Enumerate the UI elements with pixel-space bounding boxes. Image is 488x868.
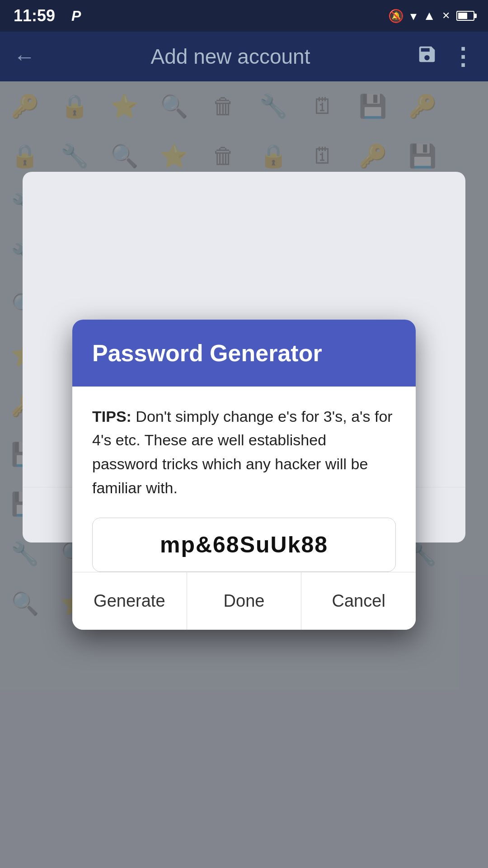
- signal-icon: ▲: [423, 9, 436, 23]
- generated-password-display: mp&68SuUk88: [92, 518, 396, 572]
- done-button[interactable]: Done: [187, 572, 302, 630]
- status-bar: 11:59 P 🔕 ▾ ▲ ✕: [0, 0, 488, 32]
- more-options-button[interactable]: ⋮: [451, 43, 474, 70]
- dialog-body: TIPS: Don't simply change e's for 3's, a…: [72, 387, 416, 572]
- back-button[interactable]: ←: [14, 44, 35, 69]
- dialog-backdrop: Password Generator TIPS: Don't simply ch…: [0, 81, 488, 868]
- top-bar: ← Add new account ⋮: [0, 32, 488, 81]
- dialog-tips: TIPS: Don't simply change e's for 3's, a…: [92, 405, 396, 500]
- save-button[interactable]: [417, 44, 437, 70]
- background: 🔑🔒⭐🔍🗑🔧🗓💾🔑🔒🔧🔍⭐🗑🔒🗓🔑💾🔧❤🔍🔒⭐🗑🔑🗓💾🔧🔍⭐🔒🗑🔑🗓💾🔧🔍⭐🔒🗑…: [0, 81, 488, 868]
- signal-x-icon: ✕: [442, 10, 450, 22]
- mute-icon: 🔕: [388, 9, 404, 24]
- dialog-title: Password Generator: [92, 340, 322, 366]
- status-time: 11:59: [14, 6, 55, 25]
- dialog-footer: Generate Done Cancel: [72, 572, 416, 630]
- wifi-icon: ▾: [410, 9, 417, 24]
- p-app-icon: P: [71, 8, 81, 24]
- dialog-header: Password Generator: [72, 320, 416, 387]
- cancel-button[interactable]: Cancel: [301, 572, 416, 630]
- top-bar-actions: ⋮: [417, 43, 474, 70]
- tips-text: Don't simply change e's for 3's, a's for…: [92, 408, 393, 496]
- generate-button[interactable]: Generate: [72, 572, 187, 630]
- password-generator-dialog: Password Generator TIPS: Don't simply ch…: [72, 320, 416, 630]
- status-icons: 🔕 ▾ ▲ ✕: [388, 9, 474, 24]
- page-title: Add new account: [49, 44, 412, 69]
- tips-label: TIPS:: [92, 408, 131, 425]
- battery-icon: [456, 11, 474, 21]
